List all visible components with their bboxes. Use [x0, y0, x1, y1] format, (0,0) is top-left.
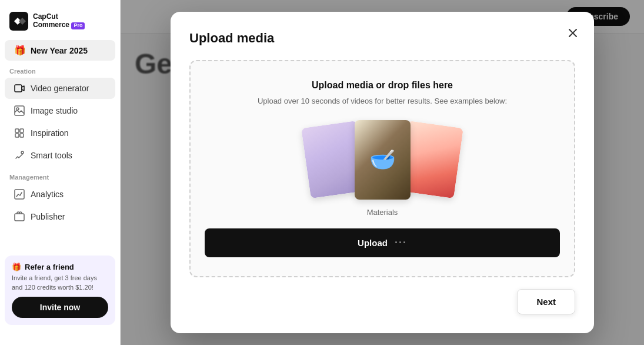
image-studio-icon — [14, 105, 25, 116]
svg-rect-5 — [20, 129, 24, 132]
media-label: Materials — [205, 208, 560, 217]
sidebar-item-label: Inspiration — [31, 128, 69, 138]
project-emoji: 🎁 — [14, 45, 26, 56]
project-name: New Year 2025 — [31, 46, 88, 55]
analytics-icon — [14, 189, 25, 200]
svg-rect-7 — [20, 134, 24, 137]
referral-card: 🎁 Refer a friend Invite a friend, get 3 … — [5, 256, 115, 325]
thumb-image-center: 🥣 — [355, 120, 411, 200]
upload-media-modal: Upload media Upload media or drop files … — [171, 12, 594, 334]
capcut-logo-icon — [9, 12, 28, 31]
upload-button-dots: ··· — [395, 237, 407, 249]
modal-overlay: Upload media Upload media or drop files … — [121, 0, 644, 345]
publisher-icon — [14, 211, 25, 222]
next-button[interactable]: Next — [517, 289, 575, 314]
svg-point-8 — [21, 151, 24, 154]
svg-rect-4 — [15, 129, 19, 132]
creation-section-label: Creation — [0, 61, 120, 77]
media-thumb-center: 🥣 — [355, 120, 411, 200]
project-item[interactable]: 🎁 New Year 2025 — [5, 40, 115, 61]
sidebar-item-inspiration[interactable]: Inspiration — [5, 122, 115, 144]
logo-area: CapCut Commerce Pro — [0, 7, 120, 40]
video-generator-icon — [14, 83, 25, 94]
svg-rect-9 — [15, 190, 24, 199]
invite-now-button[interactable]: Invite now — [12, 297, 108, 318]
media-preview: 🥣 — [205, 118, 560, 201]
logo-pro-badge: Pro — [71, 22, 85, 29]
main-content: Subscribe Ge Upload media Upload media o… — [121, 0, 644, 345]
sidebar-item-label: Analytics — [31, 190, 64, 199]
sidebar: CapCut Commerce Pro 🎁 New Year 2025 Crea… — [0, 0, 121, 345]
upload-area-subtitle: Upload over 10 seconds of videos for bet… — [205, 95, 560, 107]
logo-name: CapCut Commerce Pro — [33, 13, 85, 29]
close-icon — [567, 27, 579, 39]
upload-area-title: Upload media or drop files here — [205, 80, 560, 91]
upload-button[interactable]: Upload ··· — [205, 228, 560, 257]
modal-title: Upload media — [189, 31, 575, 46]
sidebar-item-publisher[interactable]: Publisher — [5, 206, 115, 227]
referral-description: Invite a friend, get 3 free days and 120… — [12, 274, 108, 292]
sidebar-bottom: 🎁 Refer a friend Invite a friend, get 3 … — [0, 248, 120, 338]
upload-drop-area[interactable]: Upload media or drop files here Upload o… — [189, 60, 575, 278]
referral-emoji: 🎁 — [12, 263, 21, 271]
svg-rect-6 — [15, 134, 19, 137]
management-section-label: Management — [0, 167, 120, 183]
svg-rect-1 — [15, 85, 22, 92]
sidebar-item-smart-tools[interactable]: Smart tools — [5, 145, 115, 166]
modal-footer: Next — [189, 289, 575, 314]
sidebar-item-label: Smart tools — [31, 151, 72, 160]
sidebar-item-label: Video generator — [31, 84, 89, 93]
svg-rect-10 — [15, 214, 24, 221]
referral-title: Refer a friend — [25, 263, 74, 271]
sidebar-item-label: Image studio — [31, 106, 78, 115]
sidebar-item-analytics[interactable]: Analytics — [5, 184, 115, 205]
sidebar-item-label: Publisher — [31, 212, 65, 221]
smart-tools-icon — [14, 150, 25, 161]
sidebar-item-video-generator[interactable]: Video generator — [5, 78, 115, 99]
inspiration-icon — [14, 128, 25, 138]
sidebar-item-image-studio[interactable]: Image studio — [5, 100, 115, 121]
modal-close-button[interactable] — [563, 24, 582, 42]
upload-button-label: Upload — [358, 238, 388, 248]
